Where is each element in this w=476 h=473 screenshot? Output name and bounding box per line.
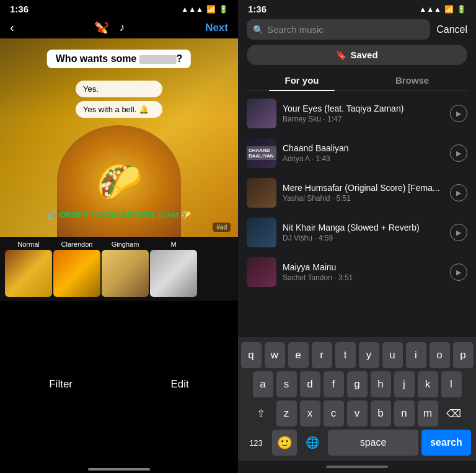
key-k[interactable]: k (418, 371, 438, 397)
key-v[interactable]: v (347, 400, 368, 427)
music-item-5[interactable]: Maiyya Mainu Sachet Tandon · 3:51 ▶ (238, 252, 476, 292)
key-m[interactable]: m (418, 400, 438, 427)
music-title-1: Your Eyes (feat. Taqiya Zaman) (283, 104, 444, 113)
key-f[interactable]: f (324, 371, 344, 397)
filter-tab[interactable]: Filter (49, 378, 73, 391)
order-banner: 🔗 ORDER YOURS BEFORE 11AM 🌮 (47, 210, 191, 219)
search-icon: 🔍 (253, 25, 263, 35)
key-num[interactable]: 123 (243, 430, 269, 456)
story-image-area: Who wants some? Yes. Yes with a bell. 🔔 … (0, 38, 238, 237)
music-thumb-5 (247, 257, 276, 287)
edit-tab[interactable]: Edit (170, 378, 188, 391)
ad-badge: #ad (213, 223, 231, 232)
battery-icon: 🔋 (219, 5, 228, 14)
censored-text (139, 55, 176, 64)
play-button-1[interactable]: ▶ (450, 105, 467, 122)
key-delete[interactable]: ⌫ (441, 400, 466, 427)
search-bar-row: 🔍 Search music Cancel (238, 17, 476, 45)
key-r[interactable]: r (312, 342, 332, 368)
keyboard-row-2: a s d f g h j k l (240, 371, 474, 397)
key-l[interactable]: l (441, 371, 462, 397)
music-title-4: Nit Khair Manga (Slowed + Reverb) (283, 223, 444, 232)
filter-thumb-clarendon (53, 250, 100, 297)
wifi-icon-r: 📶 (444, 5, 454, 14)
music-artist-4: DJ Vishu · 4:59 (283, 234, 444, 242)
left-status-icons: ▲▲▲ 📶 🔋 (181, 5, 228, 14)
filter-thumb-normal (5, 250, 52, 297)
tab-browse[interactable]: Browse (357, 70, 467, 91)
key-u[interactable]: u (382, 342, 403, 368)
key-b[interactable]: b (371, 400, 391, 427)
right-panel: 1:36 ▲▲▲ 📶 🔋 🔍 Search music Cancel 🔖 Sav… (238, 0, 476, 473)
play-button-5[interactable]: ▶ (450, 263, 467, 281)
key-search[interactable]: search (421, 430, 471, 456)
key-g[interactable]: g (347, 371, 368, 397)
story-title: Who wants some? (47, 50, 191, 68)
filter-m[interactable]: M (150, 241, 197, 297)
search-input-container[interactable]: 🔍 Search music (247, 19, 430, 40)
red-arrow-icon: ↩ (92, 15, 114, 40)
music-item-1[interactable]: Your Eyes (feat. Taqiya Zaman) Barney Sk… (238, 94, 476, 133)
key-o[interactable]: o (430, 342, 450, 368)
music-title-3: Mere Humsafar (Original Score) [Fema... (283, 183, 444, 193)
next-button[interactable]: Next (205, 22, 228, 34)
play-button-2[interactable]: ▶ (450, 144, 467, 162)
music-item-4[interactable]: Nit Khair Manga (Slowed + Reverb) DJ Vis… (238, 213, 476, 252)
key-globe[interactable]: 🌐 (300, 430, 325, 456)
play-button-3[interactable]: ▶ (450, 184, 467, 201)
music-item-2[interactable]: CHAAND BAALIYAN Chaand Baaliyan Aditya A… (238, 133, 476, 173)
filter-clarendon[interactable]: Clarendon (53, 241, 100, 297)
key-a[interactable]: a (253, 371, 273, 397)
music-item-3[interactable]: Mere Humsafar (Original Score) [Fema... … (238, 173, 476, 213)
filter-gingham[interactable]: Gingham (102, 241, 149, 297)
music-info-5: Maiyya Mainu Sachet Tandon · 3:51 (283, 262, 444, 282)
music-info-3: Mere Humsafar (Original Score) [Fema... … (283, 183, 444, 203)
home-indicator-left (88, 468, 150, 471)
music-thumb-2: CHAAND BAALIYAN (247, 138, 276, 168)
key-j[interactable]: j (394, 371, 415, 397)
key-y[interactable]: y (359, 342, 379, 368)
key-s[interactable]: s (276, 371, 297, 397)
key-c[interactable]: c (324, 400, 344, 427)
tabs-row: For you Browse (247, 70, 467, 91)
cancel-button[interactable]: Cancel (436, 24, 467, 35)
answer-box: Yes. Yes with a bell. 🔔 (76, 81, 162, 118)
right-status-bar: 1:36 ▲▲▲ 📶 🔋 (238, 0, 476, 17)
left-panel: 1:36 ▲▲▲ 📶 🔋 ‹ ✏️ ♪ ↩ Next Who wants som… (0, 0, 238, 473)
key-p[interactable]: p (453, 342, 474, 368)
music-artist-3: Yashal Shahid · 5:51 (283, 194, 444, 203)
key-t[interactable]: t (335, 342, 356, 368)
filter-normal[interactable]: Normal (5, 241, 52, 297)
keyboard-row-3: ⇧ z x c v b n m ⌫ (240, 400, 474, 427)
filter-strip: Normal Clarendon Gingham M (0, 237, 238, 301)
left-toolbar: ‹ ✏️ ♪ ↩ Next (0, 17, 238, 38)
key-i[interactable]: i (406, 342, 426, 368)
music-info-1: Your Eyes (feat. Taqiya Zaman) Barney Sk… (283, 104, 444, 123)
keyboard-row-4: 123 🙂 🌐 space search (240, 430, 474, 456)
search-placeholder: Search music (267, 24, 324, 35)
play-button-4[interactable]: ▶ (450, 224, 467, 241)
tab-for-you[interactable]: For you (247, 70, 357, 91)
key-h[interactable]: h (371, 371, 391, 397)
music-list: Your Eyes (feat. Taqiya Zaman) Barney Sk… (238, 94, 476, 337)
key-e[interactable]: e (288, 342, 309, 368)
key-space[interactable]: space (328, 430, 418, 456)
key-x[interactable]: x (300, 400, 320, 427)
key-shift[interactable]: ⇧ (249, 400, 273, 427)
key-w[interactable]: w (265, 342, 285, 368)
right-status-icons: ▲▲▲ 📶 🔋 (419, 5, 466, 14)
home-indicator-right (238, 461, 476, 473)
music-artist-2: Aditya A · 1:43 (283, 154, 444, 163)
key-emoji[interactable]: 🙂 (272, 430, 297, 456)
back-button[interactable]: ‹ (10, 20, 14, 35)
answer-2: Yes with a bell. 🔔 (76, 101, 162, 118)
key-z[interactable]: z (276, 400, 297, 427)
music-artist-1: Barney Sku · 1:47 (283, 115, 444, 123)
saved-button[interactable]: 🔖 Saved (247, 45, 467, 65)
music-icon[interactable]: ♪ (119, 21, 125, 34)
key-q[interactable]: q (241, 342, 262, 368)
key-n[interactable]: n (394, 400, 415, 427)
wifi-icon: 📶 (206, 5, 216, 14)
bottom-tabs: Filter Edit (0, 301, 238, 473)
key-d[interactable]: d (300, 371, 320, 397)
